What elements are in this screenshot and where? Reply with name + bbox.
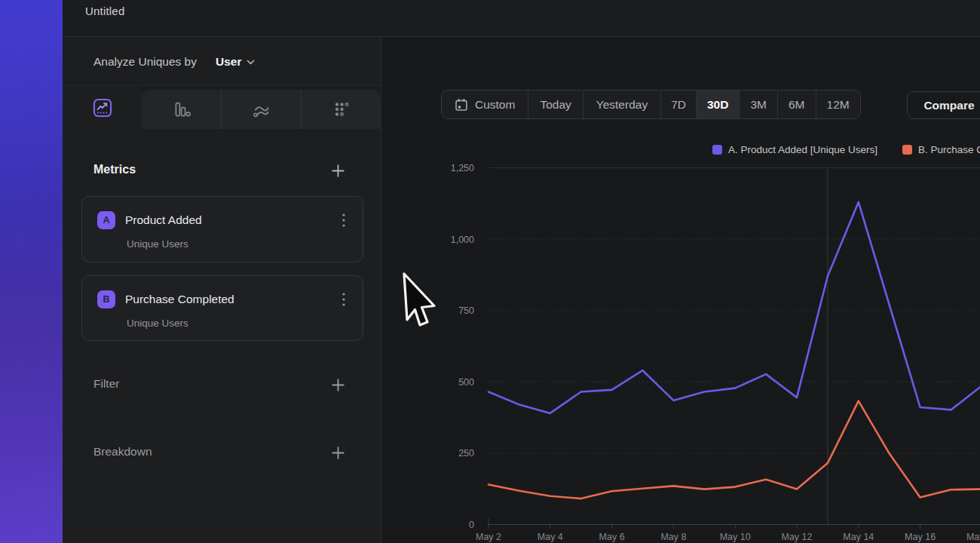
range-label: 7D bbox=[671, 98, 686, 112]
plus-icon bbox=[332, 164, 345, 177]
tab-flow-chart[interactable] bbox=[221, 90, 301, 129]
line-chart[interactable]: 02505007501,0001,250May 2May 4May 6May 8… bbox=[381, 159, 980, 543]
metric-name: Product Added bbox=[125, 213, 202, 227]
metric-badge-a: A bbox=[97, 211, 115, 229]
metric-grid-icon bbox=[332, 100, 351, 119]
bar-chart-icon bbox=[172, 100, 191, 119]
range-label: 30D bbox=[707, 98, 728, 112]
svg-text:May 8: May 8 bbox=[660, 532, 686, 542]
metrics-title: Metrics bbox=[93, 163, 136, 176]
report-title[interactable]: Untitled bbox=[85, 5, 124, 17]
add-metric-button[interactable] bbox=[330, 163, 345, 178]
svg-text:May 2: May 2 bbox=[476, 532, 501, 542]
date-range-control: Custom Today Yesterday 7D 30D 3M 6M 12M bbox=[441, 90, 861, 119]
range-label: 12M bbox=[827, 98, 850, 112]
range-yesterday[interactable]: Yesterday bbox=[583, 90, 660, 118]
legend-item-a[interactable]: A. Product Added [Unique Users] bbox=[712, 144, 877, 155]
tab-bar-chart[interactable] bbox=[142, 90, 221, 129]
svg-text:May 6: May 6 bbox=[599, 532, 625, 542]
metric-subtitle: Unique Users bbox=[127, 238, 188, 250]
kebab-icon bbox=[342, 293, 345, 306]
svg-text:May 10: May 10 bbox=[720, 532, 751, 542]
legend-item-b[interactable]: B. Purchase Completed [Unique Users] bbox=[902, 144, 980, 155]
chart-svg: 02505007501,0001,250May 2May 4May 6May 8… bbox=[381, 159, 980, 543]
chart-type-tabs bbox=[63, 86, 381, 129]
metric-subtitle: Unique Users bbox=[127, 318, 188, 329]
svg-text:1,250: 1,250 bbox=[451, 163, 474, 173]
range-3m[interactable]: 3M bbox=[739, 90, 777, 118]
tab-line-chart[interactable] bbox=[63, 86, 142, 129]
breakdown-section-header: Breakdown bbox=[63, 443, 381, 465]
legend-swatch-a bbox=[712, 145, 722, 155]
metric-card-b[interactable]: B Purchase Completed Unique Users bbox=[81, 275, 363, 341]
line-chart-icon bbox=[93, 98, 112, 118]
filter-title: Filter bbox=[93, 377, 119, 391]
compare-button[interactable]: Compare bbox=[907, 91, 980, 119]
metric-options-button[interactable] bbox=[335, 211, 352, 229]
kebab-icon bbox=[342, 213, 345, 227]
filter-section-header: Filter bbox=[63, 375, 381, 397]
analyze-entity-value: User bbox=[216, 55, 241, 69]
svg-text:1,000: 1,000 bbox=[451, 235, 474, 245]
svg-text:0: 0 bbox=[469, 520, 474, 530]
range-label: 3M bbox=[750, 98, 767, 112]
range-today[interactable]: Today bbox=[528, 90, 582, 118]
svg-text:250: 250 bbox=[458, 448, 474, 459]
legend-label: B. Purchase Completed [Unique Users] bbox=[918, 144, 980, 155]
range-6m[interactable]: 6M bbox=[777, 90, 816, 118]
svg-text:May 12: May 12 bbox=[782, 532, 813, 542]
inactive-tab-group bbox=[142, 90, 381, 129]
svg-text:May 4: May 4 bbox=[537, 532, 563, 542]
metric-card-a[interactable]: A Product Added Unique Users bbox=[81, 196, 363, 262]
analyze-row: Analyze Uniques by User bbox=[63, 37, 381, 86]
svg-text:May 16: May 16 bbox=[905, 532, 936, 542]
main-content: Custom Today Yesterday 7D 30D 3M 6M 12M … bbox=[381, 37, 980, 543]
svg-text:750: 750 bbox=[458, 305, 474, 316]
chevron-down-icon bbox=[247, 60, 255, 65]
range-7d[interactable]: 7D bbox=[660, 90, 696, 118]
svg-text:500: 500 bbox=[458, 377, 474, 388]
flow-chart-icon bbox=[252, 100, 271, 119]
range-label: Yesterday bbox=[596, 98, 648, 112]
range-label: 6M bbox=[789, 98, 805, 112]
metric-name: Purchase Completed bbox=[125, 293, 234, 306]
breakdown-title: Breakdown bbox=[93, 445, 152, 459]
legend-swatch-b bbox=[902, 145, 912, 155]
plus-icon bbox=[332, 379, 345, 391]
analyze-entity-dropdown[interactable]: User bbox=[216, 52, 255, 72]
legend-label: A. Product Added [Unique Users] bbox=[728, 144, 877, 155]
topbar: Untitled bbox=[63, 0, 980, 37]
metric-options-button[interactable] bbox=[335, 290, 352, 308]
range-12m[interactable]: 12M bbox=[816, 90, 860, 118]
app-window: { "colors": { "accent_purple": "#7b5cf0"… bbox=[0, 0, 980, 543]
add-breakdown-button[interactable] bbox=[330, 445, 345, 460]
plus-icon bbox=[332, 446, 345, 459]
calendar-icon bbox=[455, 98, 468, 112]
range-30d[interactable]: 30D bbox=[696, 90, 739, 118]
range-label: Today bbox=[540, 98, 571, 112]
sidebar: Analyze Uniques by User bbox=[63, 37, 381, 543]
svg-text:May 18: May 18 bbox=[966, 532, 980, 542]
tab-metric-grid[interactable] bbox=[301, 90, 381, 129]
metric-badge-b: B bbox=[97, 290, 115, 308]
decorative-gradient-strip bbox=[0, 0, 63, 543]
analyze-label: Analyze Uniques by bbox=[93, 55, 197, 69]
svg-text:May 14: May 14 bbox=[843, 532, 874, 542]
add-filter-button[interactable] bbox=[330, 377, 345, 392]
metrics-section-header: Metrics bbox=[63, 161, 381, 183]
range-label: Custom bbox=[475, 98, 515, 112]
range-custom[interactable]: Custom bbox=[442, 90, 528, 118]
